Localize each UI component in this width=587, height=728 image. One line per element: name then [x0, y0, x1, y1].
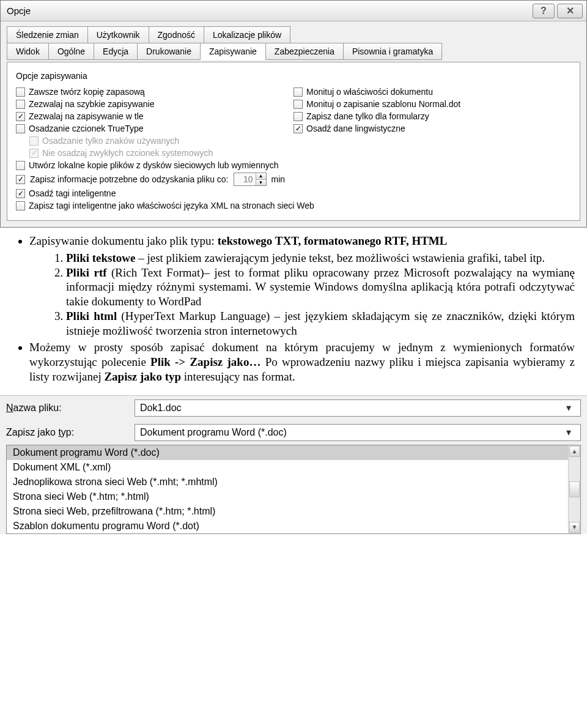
- article-bullet-1: Zapisywanie dokumentu jako plik typu: te…: [29, 234, 575, 338]
- autorecover-spinner[interactable]: 10 ▲ ▼: [234, 173, 267, 186]
- opt-embed-linguistic[interactable]: ✓ Osadź dane lingwistyczne: [294, 122, 571, 135]
- checkbox-icon[interactable]: ✓: [16, 112, 25, 121]
- opt-label: Osadź tagi inteligentne: [29, 188, 116, 198]
- opt-label: Zezwalaj na szybkie zapisywanie: [29, 99, 154, 109]
- dropdown-icon[interactable]: ▾: [562, 427, 575, 438]
- tab-print[interactable]: Drukowanie: [137, 43, 201, 60]
- tab-save[interactable]: Zapisywanie: [200, 43, 266, 60]
- spinner-down-icon[interactable]: ▼: [256, 180, 266, 186]
- tab-spelling[interactable]: Pisownia i gramatyka: [343, 43, 442, 60]
- spinner-buttons: ▲ ▼: [256, 173, 266, 185]
- tab-file-locations[interactable]: Lokalizacje plików: [204, 26, 290, 43]
- left-column: Zawsze twórz kopię zapasową Zezwalaj na …: [16, 86, 294, 159]
- opt-backup[interactable]: Zawsze twórz kopię zapasową: [16, 86, 294, 98]
- savetype-option[interactable]: Dokument XML (*.xml): [7, 460, 568, 475]
- titlebar-buttons: ? ✕: [533, 4, 583, 18]
- savetype-dropdown-list: Dokument programu Word (*.doc) Dokument …: [6, 445, 581, 534]
- spinner-up-icon[interactable]: ▲: [256, 173, 266, 180]
- tabs: Śledzenie zmian Użytkownik Zgodność Loka…: [7, 26, 580, 60]
- tab-tracking[interactable]: Śledzenie zmian: [7, 26, 88, 43]
- tab-panel-save: Opcje zapisywania Zawsze twórz kopię zap…: [7, 62, 580, 221]
- opt-background-save[interactable]: ✓ Zezwalaj na zapisywanie w tle: [16, 110, 294, 122]
- opt-label: Zezwalaj na zapisywanie w tle: [29, 111, 144, 121]
- opt-embed-truetype[interactable]: Osadzanie czcionek TrueType: [16, 122, 294, 135]
- opt-fast-save[interactable]: Zezwalaj na szybkie zapisywanie: [16, 98, 294, 110]
- dialog-body: Śledzenie zmian Użytkownik Zgodność Loka…: [1, 21, 586, 227]
- savetype-option[interactable]: Dokument programu Word (*.doc): [7, 445, 568, 460]
- spinner-value[interactable]: 10: [234, 173, 256, 185]
- tab-security[interactable]: Zabezpieczenia: [265, 43, 344, 60]
- checkbox-icon[interactable]: [16, 201, 25, 210]
- tab-edit[interactable]: Edycja: [94, 43, 138, 60]
- tab-view[interactable]: Widok: [7, 43, 49, 60]
- checkbox-icon[interactable]: [16, 87, 25, 97]
- savetype-option[interactable]: Jednoplikowa strona sieci Web (*.mht; *.…: [7, 475, 568, 489]
- opt-label: Zapisz tagi inteligentne jako właściwośc…: [29, 201, 314, 210]
- tab-compatibility[interactable]: Zgodność: [149, 26, 204, 43]
- article-li-3: Pliki html (HyperText Markup Language) –…: [66, 309, 575, 338]
- opt-label: Zawsze twórz kopię zapasową: [29, 87, 145, 97]
- tab-row-1: Śledzenie zmian Użytkownik Zgodność Loka…: [7, 26, 580, 43]
- opt-smarttags-xml[interactable]: Zapisz tagi inteligentne jako właściwośc…: [16, 199, 571, 212]
- spinner-unit: min: [271, 174, 286, 184]
- opt-label: Zapisz dane tylko dla formularzy: [306, 111, 429, 121]
- tab-user[interactable]: Użytkownik: [87, 26, 149, 43]
- opt-no-common-fonts: ✓ Nie osadzaj zwykłych czcionek systemow…: [29, 147, 294, 159]
- tab-general[interactable]: Ogólne: [48, 43, 94, 60]
- checkbox-icon[interactable]: ✓: [16, 189, 25, 198]
- filename-combo[interactable]: Dok1.doc ▾: [135, 399, 581, 417]
- savetype-option[interactable]: Strona sieci Web (*.htm; *.html): [7, 489, 568, 504]
- opt-embed-used-chars: Osadzanie tylko znaków używanych: [29, 135, 294, 147]
- opt-label: Nie osadzaj zwykłych czcionek systemowyc…: [42, 148, 213, 158]
- checkbox-icon: [29, 136, 39, 146]
- savetype-option[interactable]: Strona sieci Web, przefiltrowana (*.htm;…: [7, 504, 568, 519]
- opt-label: Osadzanie tylko znaków używanych: [42, 136, 179, 146]
- checkbox-icon[interactable]: [294, 100, 303, 109]
- opt-prompt-properties[interactable]: Monituj o właściwości dokumentu: [294, 86, 571, 98]
- group-label-save-options: Opcje zapisywania: [16, 71, 571, 81]
- checkbox-icon[interactable]: [294, 112, 303, 121]
- savetype-label: Zapisz jako typ:: [6, 427, 128, 438]
- checkbox-icon[interactable]: ✓: [16, 175, 25, 184]
- article-li-1: Pliki tekstowe – jest plikiem zawierając…: [66, 251, 575, 266]
- scroll-up-icon[interactable]: ▲: [569, 446, 580, 457]
- article-text: Zapisywanie dokumentu jako plik typu: te…: [0, 228, 587, 395]
- savetype-combo[interactable]: Dokument programu Word (*.doc) ▾: [135, 424, 581, 441]
- titlebar: Opcje ? ✕: [1, 1, 586, 21]
- checkbox-icon[interactable]: [294, 87, 303, 97]
- opt-forms-only[interactable]: Zapisz dane tylko dla formularzy: [294, 110, 571, 122]
- opt-embed-smarttags[interactable]: ✓ Osadź tagi inteligentne: [16, 187, 571, 199]
- options-dialog: Opcje ? ✕ Śledzenie zmian Użytkownik Zgo…: [0, 0, 587, 228]
- checkbox-icon: ✓: [29, 149, 39, 158]
- help-button[interactable]: ?: [533, 4, 555, 18]
- savetype-options: Dokument programu Word (*.doc) Dokument …: [7, 445, 568, 533]
- savetype-row: Zapisz jako typ: Dokument programu Word …: [0, 420, 587, 445]
- opt-prompt-normal[interactable]: Monituj o zapisanie szablonu Normal.dot: [294, 98, 571, 110]
- savetype-value: Dokument programu Word (*.doc): [140, 427, 287, 438]
- close-button[interactable]: ✕: [557, 4, 583, 18]
- scroll-thumb[interactable]: [569, 481, 580, 497]
- checkbox-icon[interactable]: [16, 100, 25, 109]
- savetype-option[interactable]: Szablon dokumentu programu Word (*.dot): [7, 519, 568, 533]
- options-columns: Zawsze twórz kopię zapasową Zezwalaj na …: [16, 86, 571, 159]
- opt-local-copies[interactable]: Utwórz lokalne kopie plików z dysków sie…: [16, 159, 571, 171]
- scroll-down-icon[interactable]: ▼: [569, 522, 580, 533]
- opt-label: Zapisz informacje potrzebne do odzyskani…: [30, 174, 229, 184]
- save-as-panel: Nazwa pliku: Dok1.doc ▾ Zapisz jako typ:…: [0, 395, 587, 534]
- article-li-2: Pliki rtf (Rich Text Format)– jest to fo…: [66, 266, 575, 309]
- opt-label: Monituj o właściwości dokumentu: [306, 87, 433, 97]
- checkbox-icon[interactable]: ✓: [294, 124, 303, 133]
- scrollbar[interactable]: ▲ ▼: [568, 445, 580, 533]
- opt-label: Utwórz lokalne kopie plików z dysków sie…: [29, 160, 279, 170]
- checkbox-icon[interactable]: [16, 161, 25, 170]
- checkbox-icon[interactable]: [16, 124, 25, 133]
- opt-label: Osadzanie czcionek TrueType: [29, 124, 144, 133]
- dropdown-icon[interactable]: ▾: [562, 403, 575, 414]
- tab-row-2: Widok Ogólne Edycja Drukowanie Zapisywan…: [7, 43, 580, 60]
- right-column: Monituj o właściwości dokumentu Monituj …: [294, 86, 571, 159]
- filename-value: Dok1.doc: [140, 403, 182, 414]
- filename-label: Nazwa pliku:: [6, 403, 128, 414]
- article-bullet-2: Możemy w prosty sposób zapisać dokument …: [29, 340, 575, 384]
- opt-autorecover: ✓ Zapisz informacje potrzebne do odzyska…: [16, 171, 571, 187]
- window-title: Opcje: [7, 6, 31, 16]
